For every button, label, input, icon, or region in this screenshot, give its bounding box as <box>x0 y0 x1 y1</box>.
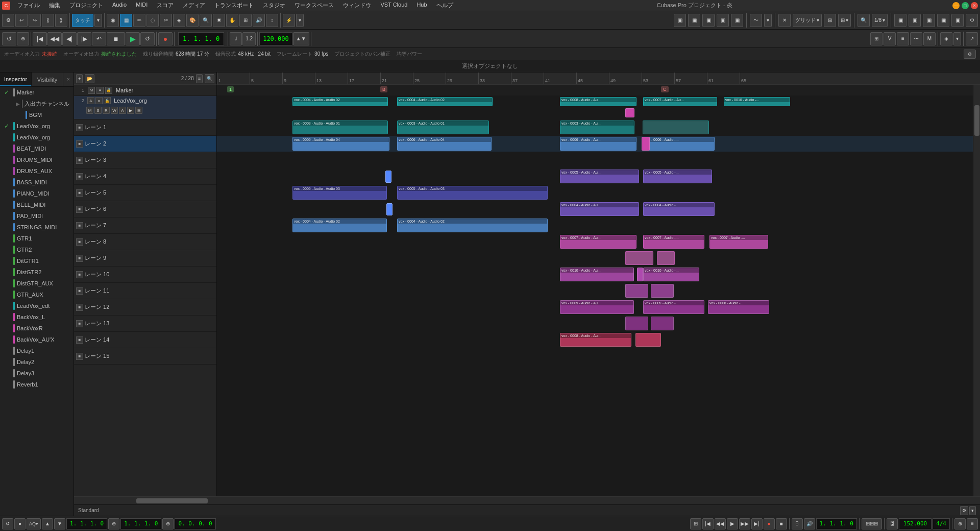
lane10-clip-1[interactable]: vox - 0010 - Audio - Au... <box>560 268 634 281</box>
monitor-btn3[interactable]: ▣ <box>702 14 715 27</box>
lane2-clip-2[interactable]: vox - 0006 - Audio - Audio 04 <box>397 137 492 151</box>
bottom-play-btn[interactable]: ▶ <box>727 518 738 529</box>
lane-mute-btn[interactable]: ■ <box>76 255 83 262</box>
track-list-item-17[interactable]: DistGTR_AUX <box>0 278 74 289</box>
play-button[interactable]: ▶ <box>126 32 140 45</box>
list-view-btn[interactable]: ≡ <box>196 74 203 83</box>
fwd-frame-btn[interactable]: |▶ <box>77 32 91 45</box>
lane-header-14[interactable]: ■レーン 14 <box>74 332 217 348</box>
lane14-clip-1[interactable]: vox - 0008 - Audio - Au... <box>560 333 631 347</box>
track-list-item-0[interactable]: ✓Marker <box>0 87 74 98</box>
leadvox-clip-5[interactable]: vox - 0010 - Audio -... <box>724 97 790 106</box>
right-scrollbar[interactable] <box>973 85 980 496</box>
lane-mute-btn[interactable]: ■ <box>76 206 83 213</box>
lane9-clip-2[interactable] <box>657 251 675 265</box>
lane1-clip-2[interactable]: vox - 0003 - Audio - Audio 01 <box>397 120 489 134</box>
lane7-clip-1[interactable]: vox - 0004 - Audio - Audio 02 <box>292 219 387 232</box>
bottom-extra1[interactable]: ⊕ <box>954 518 966 529</box>
undo-button[interactable]: ↩ <box>15 14 28 27</box>
leadvox-read[interactable]: A <box>119 107 126 114</box>
standard-expand-btn[interactable]: ▾ <box>969 506 976 515</box>
menu-midi[interactable]: MIDI <box>132 1 152 10</box>
lane-mute-btn[interactable]: ■ <box>76 271 83 278</box>
lane2-clip-1[interactable]: vox - 0006 - Audio - Audio 04 <box>292 137 389 151</box>
bottom-rec2-btn[interactable]: ⊞⊞⊞ <box>862 518 882 529</box>
lane-mute-btn[interactable]: ■ <box>76 320 83 327</box>
lanes-scroll[interactable]: 1 B C vox - 0004 - Audio - Audio 02 vox … <box>217 85 973 496</box>
marker-lock-icon[interactable]: 🔒 <box>105 87 112 94</box>
cycle-mode-btn[interactable]: ↺ <box>2 32 16 45</box>
bottom-extra2[interactable]: ≡ <box>967 518 978 529</box>
leadvox-clip-2[interactable]: vox - 0004 - Audio - Audio 02 <box>397 97 493 106</box>
lane14-clip-2[interactable] <box>635 333 661 347</box>
menu-hub[interactable]: Hub <box>412 1 431 10</box>
tempo-tool[interactable]: ↕ <box>266 14 278 27</box>
add-track-btn[interactable]: + <box>76 74 83 83</box>
menu-window[interactable]: ウィンドウ <box>339 1 375 10</box>
hand-tool[interactable]: ✋ <box>226 14 238 27</box>
lane4-clip-1[interactable]: vox - 0005 - Audio - Au... <box>560 170 639 183</box>
lane2-clip-3[interactable]: vox - 0006 - Audio - Au... <box>560 137 636 151</box>
track-list-item-19[interactable]: LeadVox_edt <box>0 300 74 311</box>
lane-mute-btn[interactable]: ■ <box>76 336 83 344</box>
leadvox-vis-icon[interactable]: ● <box>95 97 103 104</box>
lane-header-13[interactable]: ■レーン 13 <box>74 316 217 332</box>
h-scrollbar[interactable] <box>74 496 980 504</box>
info-settings-btn[interactable]: ⚙ <box>964 50 976 59</box>
lane-mute-btn[interactable]: ■ <box>76 124 83 131</box>
lane1-clip-1[interactable]: vox - 0003 - Audio - Audio 01 <box>292 120 388 134</box>
redo-button[interactable]: ↪ <box>29 14 41 27</box>
leadvox-clip-6[interactable] <box>625 108 634 117</box>
lane-mute-btn[interactable]: ■ <box>76 222 83 229</box>
lane-mute-btn[interactable]: ■ <box>76 173 83 180</box>
bottom-mix-btn[interactable]: 🎛 <box>887 518 898 529</box>
menu-vst-cloud[interactable]: VST Cloud <box>376 1 411 10</box>
track-list-item-26[interactable]: Reverb1 <box>0 379 74 390</box>
lane6-marker[interactable] <box>386 203 393 215</box>
extra-btn5[interactable]: ▣ <box>951 14 964 27</box>
lane10-clip-2[interactable]: vox - 0010 - Audio -... <box>643 268 699 281</box>
pencil-tool[interactable]: ✏ <box>133 14 145 27</box>
bottom-fwd-btn[interactable]: ▶▶ <box>739 518 750 529</box>
track-list-item-21[interactable]: BackVoxR <box>0 323 74 334</box>
lane-mute-btn[interactable]: ■ <box>76 353 83 360</box>
click-btn[interactable]: ♩ <box>230 32 242 45</box>
track-list-item-11[interactable]: PAD_MIDI <box>0 210 74 222</box>
cycle-button[interactable]: ↺ <box>140 32 155 45</box>
bottom-mode-dropdown[interactable]: AQ▾ <box>27 518 41 529</box>
glue-tool[interactable]: ◈ <box>173 14 185 27</box>
track-list-item-20[interactable]: BackVox_L <box>0 311 74 323</box>
lane11-clip-2[interactable] <box>651 284 674 298</box>
mute-tool[interactable]: ✖ <box>213 14 225 27</box>
leadvox-icon[interactable]: A <box>87 97 94 104</box>
leadvox-clip-1[interactable]: vox - 0004 - Audio - Audio 02 <box>292 97 388 106</box>
marker-lane-header[interactable]: 1 M ● 🔒 Marker <box>74 85 217 96</box>
lane-mute-btn[interactable]: ■ <box>76 287 83 295</box>
leadvox-settings[interactable]: ⊞ <box>135 107 142 114</box>
bottom-up-btn[interactable]: ▲ <box>42 518 53 529</box>
track-list-item-24[interactable]: Delay2 <box>0 356 74 368</box>
lane11-clip-1[interactable] <box>625 284 648 298</box>
tempo-track-btn[interactable]: ▲▼ <box>293 32 309 45</box>
extra-btn4[interactable]: ▣ <box>937 14 949 27</box>
track-list-item-5[interactable]: BEAT_MIDI <box>0 143 74 154</box>
lane4-marker[interactable] <box>385 171 391 183</box>
lane-mute-btn[interactable]: ■ <box>76 140 83 148</box>
menu-workspace[interactable]: ワークスペース <box>290 1 338 10</box>
lane-header-6[interactable]: ■レーン 6 <box>74 201 217 218</box>
lane-header-10[interactable]: ■レーン 10 <box>74 267 217 283</box>
color-tool[interactable]: 🎨 <box>186 14 199 27</box>
track-list-item-14[interactable]: GTR2 <box>0 244 74 255</box>
eq-btn[interactable]: 〜 <box>910 32 922 45</box>
lane8-clip-1[interactable]: vox - 0007 - Audio - Au... <box>560 235 636 249</box>
bottom-vol-btn[interactable]: 🔊 <box>804 518 815 529</box>
lane8-clip-3[interactable]: vox - 0007 - Audio -... <box>709 235 768 249</box>
lane-mute-btn[interactable]: ■ <box>76 304 83 311</box>
leadvox-solo[interactable]: S <box>94 107 102 114</box>
monitor-btn5[interactable]: ▣ <box>731 14 743 27</box>
menu-audio[interactable]: Audio <box>108 1 131 10</box>
prev-button[interactable]: ◀◀ <box>47 32 62 45</box>
lane2-clip-4[interactable]: vox - 0006 - Audio -... <box>643 137 715 151</box>
track-list-item-3[interactable]: ✓LeadVox_org <box>0 120 74 132</box>
menu-studio[interactable]: スタジオ <box>259 1 289 10</box>
